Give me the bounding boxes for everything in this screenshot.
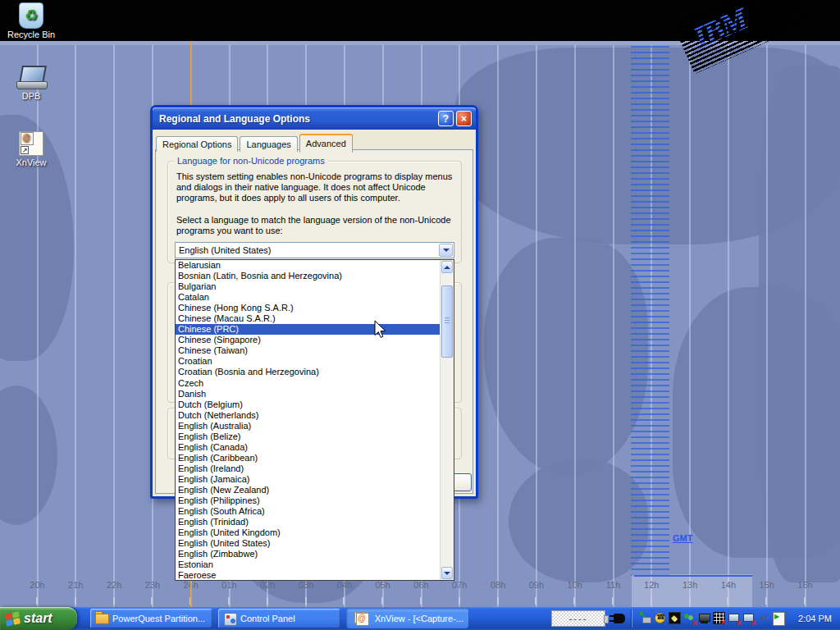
tab-strip: Regional OptionsLanguagesAdvanced xyxy=(156,133,354,152)
timezone-label: 08h xyxy=(479,574,518,607)
dialog-title: Regional and Language Options xyxy=(159,113,436,125)
tab-languages[interactable]: Languages xyxy=(240,136,297,152)
volume-icon[interactable] xyxy=(757,612,769,624)
network-drive-offline-icon[interactable] xyxy=(713,612,725,624)
dpb-icon[interactable]: DPB xyxy=(0,66,62,101)
timezone-label: 11h xyxy=(594,574,632,607)
task-monitor-icon[interactable] xyxy=(772,612,784,624)
task-button-area: PowerQuest Partition... Control Panel Xn… xyxy=(90,609,468,628)
timezone-label: 12h xyxy=(632,574,671,607)
phone-icon[interactable] xyxy=(654,612,666,624)
battery-meter[interactable]: ---- xyxy=(551,610,605,627)
scroll-down-button[interactable] xyxy=(441,567,453,579)
list-item[interactable]: English (Australia) xyxy=(176,421,440,431)
scroll-up-button[interactable] xyxy=(441,261,453,273)
tab-advanced[interactable]: Advanced xyxy=(299,134,353,153)
tray-divider xyxy=(632,609,632,628)
timezone-label: 09h xyxy=(517,574,555,607)
xnview-image: ↗ xyxy=(19,131,43,156)
icon-label: Recycle Bin xyxy=(7,30,55,39)
list-item[interactable]: English (Jamaica) xyxy=(176,474,440,485)
list-item[interactable]: English (Zimbabwe) xyxy=(176,549,440,559)
windows-flag-icon xyxy=(5,611,21,626)
timezone-label: 23h xyxy=(133,574,171,607)
description-text: This system setting enables non-Unicode … xyxy=(176,171,465,203)
gmt-meridian-band xyxy=(631,46,669,576)
noon-cell-marker xyxy=(634,575,752,577)
tab-regional-options[interactable]: Regional Options xyxy=(156,136,238,152)
list-item[interactable]: Danish xyxy=(176,389,440,399)
recycle-bin-image xyxy=(19,2,43,29)
power-plug-icon[interactable] xyxy=(614,614,625,623)
close-button[interactable]: × xyxy=(456,111,472,126)
list-item[interactable]: English (Belize) xyxy=(176,431,440,442)
scrollbar-thumb[interactable] xyxy=(441,285,453,358)
timezone-label: 16h xyxy=(786,574,824,607)
list-item[interactable]: Croatian xyxy=(176,356,440,367)
remove-hardware-icon[interactable] xyxy=(639,612,651,624)
combobox-dropdown-button[interactable] xyxy=(439,244,453,257)
list-item[interactable]: English (United States) xyxy=(176,538,440,549)
combobox-value: English (United States) xyxy=(179,245,272,255)
list-item[interactable]: Bosnian (Latin, Bosnia and Herzegovina) xyxy=(176,271,440,281)
list-item[interactable]: Chinese (PRC) xyxy=(176,324,440,335)
list-item[interactable]: English (Canada) xyxy=(176,442,440,453)
start-button[interactable]: start xyxy=(0,607,77,630)
list-item[interactable]: Dutch (Belgium) xyxy=(176,399,440,410)
desktop: GMT 20h21h22h23h24h01h02h03h04h05h06h07h… xyxy=(0,0,840,630)
list-item[interactable]: Chinese (Macau S.A.R.) xyxy=(176,313,440,324)
task-button-icon xyxy=(95,613,108,624)
gmt-label: GMT xyxy=(673,533,692,543)
list-item[interactable]: English (South Africa) xyxy=(176,506,440,517)
display-utility-icon[interactable] xyxy=(669,612,681,624)
users-offline-icon[interactable] xyxy=(683,612,696,624)
list-item[interactable]: English (Philippines) xyxy=(176,495,440,506)
list-item[interactable]: English (Caribbean) xyxy=(176,453,440,463)
list-item[interactable]: Czech xyxy=(176,378,440,389)
list-item[interactable]: Estonian xyxy=(176,559,440,570)
list-item[interactable]: Chinese (Singapore) xyxy=(176,335,440,345)
shortcut-arrow-icon: ↗ xyxy=(21,146,29,154)
instruction-text: Select a language to match the language … xyxy=(176,215,465,236)
task-button-icon xyxy=(354,612,368,623)
timezone-label: 20h xyxy=(18,574,57,607)
mouse-cursor xyxy=(374,321,390,342)
start-label: start xyxy=(24,611,52,626)
timezone-label: 21h xyxy=(57,574,95,607)
recycle-bin-icon[interactable]: Recycle Bin xyxy=(0,2,62,39)
help-button[interactable]: ? xyxy=(438,111,454,126)
list-item[interactable]: Chinese (Hong Kong S.A.R.) xyxy=(176,303,440,313)
list-item[interactable]: English (New Zealand) xyxy=(176,485,440,495)
list-item[interactable]: Belarusian xyxy=(176,260,440,271)
timezone-label: 15h xyxy=(747,574,786,607)
timezone-label: 10h xyxy=(555,574,594,607)
language-dropdown-list: BelarusianBosnian (Latin, Bosnia and Her… xyxy=(175,259,454,581)
icon-label: XnView xyxy=(16,158,46,167)
list-item[interactable]: Dutch (Netherlands) xyxy=(176,410,440,421)
list-item[interactable]: Bulgarian xyxy=(176,281,440,292)
wireless-disconnected-icon[interactable] xyxy=(742,612,755,624)
timezone-label: 14h xyxy=(709,574,747,607)
network-disconnected-icon[interactable] xyxy=(728,612,740,624)
icon-label: DPB xyxy=(22,91,41,101)
list-item[interactable]: Catalan xyxy=(176,292,440,303)
list-item[interactable]: Chinese (Taiwan) xyxy=(176,345,440,356)
list-scrollbar[interactable] xyxy=(440,260,454,580)
xnview-icon[interactable]: ↗ XnView xyxy=(0,131,62,167)
groupbox-caption: Language for non-Unicode programs xyxy=(174,156,328,166)
dialog-titlebar[interactable]: Regional and Language Options ? × xyxy=(153,107,476,130)
taskbar-button-control-panel[interactable]: Control Panel xyxy=(218,609,340,628)
timezone-label: 22h xyxy=(95,574,134,607)
taskbar-button-xnview[interactable]: XnView - [<Capture-... xyxy=(346,609,468,628)
system-tray xyxy=(639,612,784,624)
docking-station-icon[interactable] xyxy=(698,612,710,624)
list-item[interactable]: English (Trinidad) xyxy=(176,517,440,527)
taskbar-clock[interactable]: 2:04 PM xyxy=(798,607,832,630)
list-item[interactable]: English (United Kingdom) xyxy=(176,527,440,538)
language-combobox[interactable]: English (United States) xyxy=(175,242,454,258)
language-list-items: BelarusianBosnian (Latin, Bosnia and Her… xyxy=(176,260,440,581)
list-item[interactable]: Faeroese xyxy=(176,570,440,581)
list-item[interactable]: Croatian (Bosnia and Herzegovina) xyxy=(176,367,440,377)
taskbar-button-powerquest[interactable]: PowerQuest Partition... xyxy=(90,609,212,628)
list-item[interactable]: English (Ireland) xyxy=(176,463,440,474)
